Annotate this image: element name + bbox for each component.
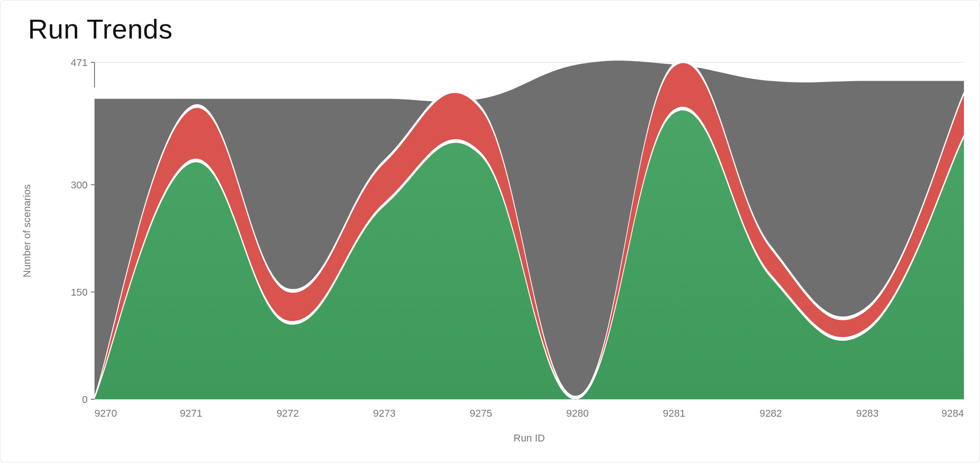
- run-trends-chart: 0150300471927092719272927392759280928192…: [0, 0, 980, 463]
- x-tick-label: 9284: [941, 408, 964, 419]
- x-tick-label: 9282: [759, 408, 782, 419]
- y-tick-label: 471: [71, 57, 88, 68]
- x-tick-label: 9275: [470, 408, 492, 419]
- x-tick-label: 9280: [566, 408, 589, 419]
- x-tick-label: 9273: [373, 408, 395, 419]
- y-tick-label: 0: [82, 394, 88, 405]
- x-tick-label: 9270: [95, 408, 117, 419]
- y-tick-label: 300: [71, 179, 88, 191]
- x-tick-label: 9283: [856, 408, 879, 419]
- x-axis-title: Run ID: [513, 432, 545, 444]
- x-tick-label: 9271: [180, 408, 202, 419]
- chart-card: Run Trends 01503004719270927192729273927…: [0, 0, 980, 463]
- chart-area: 0150300471927092719272927392759280928192…: [0, 0, 980, 463]
- x-tick-label: 9272: [277, 408, 299, 419]
- y-tick-label: 150: [71, 287, 88, 298]
- y-axis-title: Number of scenarios: [21, 184, 33, 277]
- x-tick-label: 9281: [663, 408, 685, 419]
